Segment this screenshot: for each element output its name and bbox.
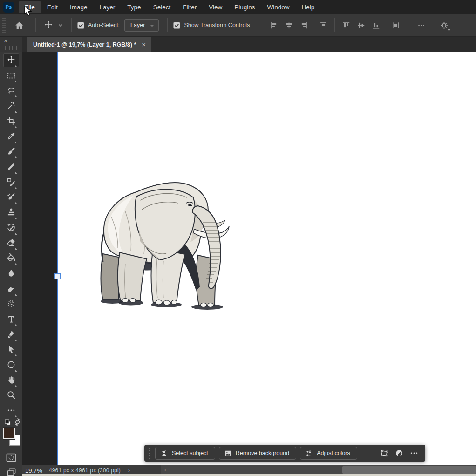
align-right-edges-icon[interactable] bbox=[296, 18, 311, 32]
align-vertical-centers-icon[interactable] bbox=[354, 18, 368, 32]
menu-filter[interactable]: Filter bbox=[177, 1, 203, 13]
paint-bucket-tool[interactable] bbox=[3, 251, 19, 265]
blur-tool[interactable] bbox=[3, 266, 19, 280]
align-left-edges-icon[interactable] bbox=[266, 18, 281, 32]
menu-layer[interactable]: Layer bbox=[94, 1, 122, 13]
distribute-vertically-icon[interactable] bbox=[388, 18, 403, 32]
move-tool-icon bbox=[7, 55, 16, 65]
tool-preset-chevron-icon[interactable] bbox=[55, 22, 66, 28]
photoshop-window: Ps FileEditImageLayerTypeSelectFilterVie… bbox=[0, 0, 476, 476]
move-tool[interactable] bbox=[3, 53, 19, 67]
screen-mode-button[interactable] bbox=[3, 465, 19, 476]
flyout-indicator bbox=[15, 185, 17, 189]
transform-handle-left[interactable] bbox=[54, 273, 61, 279]
align-settings-gear-icon[interactable] bbox=[436, 18, 452, 32]
eyedropper-tool[interactable] bbox=[3, 129, 19, 143]
hand-tool[interactable] bbox=[3, 373, 19, 387]
auto-select-target-dropdown[interactable]: Layer bbox=[124, 19, 159, 32]
swap-colors-icon[interactable] bbox=[12, 416, 22, 427]
align-horizontal-centers-icon[interactable] bbox=[281, 18, 296, 32]
align-top-edges-icon[interactable] bbox=[339, 18, 354, 32]
scroll-left-arrow-icon[interactable]: ‹ bbox=[164, 467, 166, 473]
button-label: Select subject bbox=[172, 450, 208, 456]
crop-tool[interactable] bbox=[3, 114, 19, 128]
home-icon[interactable] bbox=[8, 20, 30, 30]
status-expand-icon[interactable]: › bbox=[128, 467, 130, 474]
menu-bar: Ps FileEditImageLayerTypeSelectFilterVie… bbox=[0, 0, 476, 14]
history-brush-tool[interactable] bbox=[3, 221, 19, 235]
adjust-colors-button[interactable]: Adjust colors bbox=[300, 447, 357, 460]
pen-tool[interactable] bbox=[3, 327, 19, 341]
expand-panels-icon[interactable]: » bbox=[4, 37, 7, 44]
edit-toolbar[interactable] bbox=[3, 403, 19, 417]
scrollbar-thumb[interactable] bbox=[342, 466, 476, 474]
default-colors-icon[interactable] bbox=[3, 417, 13, 428]
taskbar-grip[interactable] bbox=[148, 448, 150, 459]
path-selection-tool[interactable] bbox=[3, 342, 19, 356]
menu-view[interactable]: View bbox=[203, 1, 228, 13]
show-transform-label: Show Transform Controls bbox=[184, 22, 250, 28]
foreground-color-swatch[interactable] bbox=[3, 428, 15, 439]
menu-help[interactable]: Help bbox=[295, 1, 320, 13]
remove-background-button[interactable]: Remove background bbox=[219, 447, 296, 460]
more-options-button[interactable] bbox=[407, 447, 422, 460]
smudge-tool[interactable] bbox=[3, 282, 19, 296]
auto-select-checkbox[interactable] bbox=[77, 22, 84, 29]
pencil-tool[interactable] bbox=[3, 160, 19, 174]
spot-healing-brush-tool[interactable] bbox=[3, 144, 19, 158]
sponge-tool[interactable] bbox=[3, 297, 19, 311]
contrast-icon bbox=[395, 449, 403, 457]
options-bar: Auto-Select: Layer Show Transform Contro… bbox=[0, 14, 476, 37]
object-selection-tool[interactable] bbox=[3, 99, 19, 113]
photoshop-logo: Ps bbox=[3, 2, 14, 13]
transform-icon bbox=[380, 449, 389, 458]
adjustments-button[interactable] bbox=[392, 447, 407, 460]
color-replacement-tool[interactable] bbox=[3, 175, 19, 189]
toolbar-dock-header: » bbox=[0, 37, 22, 52]
zoom-tool[interactable] bbox=[3, 388, 19, 402]
zoom-tool-icon bbox=[7, 390, 16, 400]
ellipse-tool-icon bbox=[7, 360, 16, 369]
quick-mask-button[interactable] bbox=[3, 450, 19, 464]
flyout-indicator bbox=[15, 79, 17, 82]
document-tab-bar: » Untitled-1 @ 19,7% (Layer 1, RGB/8) * … bbox=[0, 37, 476, 52]
show-transform-checkbox[interactable] bbox=[173, 22, 180, 29]
menu-edit[interactable]: Edit bbox=[41, 1, 64, 13]
toolbar-dock-grip[interactable] bbox=[4, 46, 17, 50]
flyout-indicator bbox=[15, 124, 17, 128]
mouse-cursor bbox=[24, 6, 32, 17]
eraser-tool[interactable] bbox=[3, 236, 19, 250]
hand-tool-icon bbox=[7, 375, 16, 385]
divider bbox=[167, 18, 168, 32]
menu-type[interactable]: Type bbox=[121, 1, 147, 13]
menu-image[interactable]: Image bbox=[64, 1, 94, 13]
type-tool[interactable] bbox=[3, 312, 19, 326]
subject-icon bbox=[160, 449, 168, 457]
options-bar-grip[interactable] bbox=[2, 17, 6, 33]
edit-toolbar-icon bbox=[7, 406, 16, 415]
menu-plugins[interactable]: Plugins bbox=[228, 1, 261, 13]
move-tool-preset-icon[interactable] bbox=[41, 20, 55, 30]
transform-button[interactable] bbox=[377, 447, 392, 460]
adjust-icon bbox=[305, 449, 313, 457]
distribute-horizontal-centers-icon[interactable] bbox=[316, 18, 331, 32]
dropdown-value: Layer bbox=[130, 22, 145, 28]
select-subject-button[interactable]: Select subject bbox=[155, 447, 215, 460]
flyout-indicator bbox=[15, 200, 17, 204]
tab-close-icon[interactable]: × bbox=[142, 41, 146, 48]
layer-bounds-edge[interactable] bbox=[57, 52, 58, 465]
more-align-options-icon[interactable] bbox=[414, 18, 428, 32]
align-bottom-edges-icon[interactable] bbox=[368, 18, 383, 32]
document-tab[interactable]: Untitled-1 @ 19,7% (Layer 1, RGB/8) * × bbox=[27, 37, 151, 52]
flyout-indicator bbox=[15, 94, 17, 97]
rectangular-marquee-tool[interactable] bbox=[3, 68, 19, 82]
zoom-level[interactable]: 19.7% bbox=[22, 467, 49, 474]
removebg-icon bbox=[224, 449, 232, 457]
ellipse-tool[interactable] bbox=[3, 358, 19, 372]
clone-stamp-tool[interactable] bbox=[3, 205, 19, 219]
lasso-tool[interactable] bbox=[3, 83, 19, 97]
tool-bar bbox=[0, 52, 22, 476]
menu-window[interactable]: Window bbox=[261, 1, 295, 13]
menu-select[interactable]: Select bbox=[147, 1, 177, 13]
mixer-brush-tool[interactable] bbox=[3, 190, 19, 204]
